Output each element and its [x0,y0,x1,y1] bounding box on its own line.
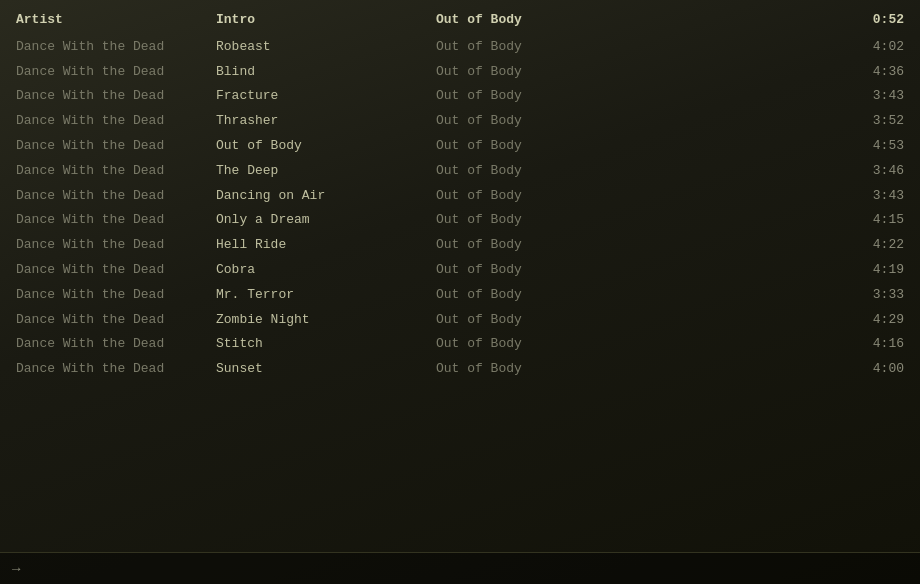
track-album: Out of Body [436,136,636,157]
track-artist: Dance With the Dead [16,210,216,231]
track-row[interactable]: Dance With the DeadOut of BodyOut of Bod… [0,134,920,159]
track-title: Thrasher [216,111,436,132]
track-duration: 4:15 [636,210,904,231]
header-title: Intro [216,10,436,31]
track-album: Out of Body [436,111,636,132]
track-title: Hell Ride [216,235,436,256]
track-artist: Dance With the Dead [16,62,216,83]
track-list: Artist Intro Out of Body 0:52 Dance With… [0,0,920,390]
track-row[interactable]: Dance With the DeadZombie NightOut of Bo… [0,308,920,333]
track-duration: 3:46 [636,161,904,182]
bottom-bar: → [0,552,920,584]
track-artist: Dance With the Dead [16,359,216,380]
track-artist: Dance With the Dead [16,260,216,281]
track-artist: Dance With the Dead [16,334,216,355]
track-title: Dancing on Air [216,186,436,207]
track-album: Out of Body [436,37,636,58]
track-artist: Dance With the Dead [16,310,216,331]
track-title: Blind [216,62,436,83]
track-duration: 3:43 [636,186,904,207]
track-duration: 4:36 [636,62,904,83]
track-title: Sunset [216,359,436,380]
track-album: Out of Body [436,86,636,107]
track-row[interactable]: Dance With the DeadStitchOut of Body4:16 [0,332,920,357]
track-album: Out of Body [436,285,636,306]
track-row[interactable]: Dance With the DeadMr. TerrorOut of Body… [0,283,920,308]
track-title: The Deep [216,161,436,182]
track-title: Mr. Terror [216,285,436,306]
track-duration: 3:52 [636,111,904,132]
track-artist: Dance With the Dead [16,161,216,182]
track-album: Out of Body [436,334,636,355]
arrow-icon: → [12,561,20,577]
header-album: Out of Body [436,10,636,31]
track-row[interactable]: Dance With the DeadThe DeepOut of Body3:… [0,159,920,184]
header-artist: Artist [16,10,216,31]
track-duration: 4:19 [636,260,904,281]
track-album: Out of Body [436,186,636,207]
track-row[interactable]: Dance With the DeadThrasherOut of Body3:… [0,109,920,134]
track-row[interactable]: Dance With the DeadSunsetOut of Body4:00 [0,357,920,382]
track-row[interactable]: Dance With the DeadBlindOut of Body4:36 [0,60,920,85]
track-header-row: Artist Intro Out of Body 0:52 [0,8,920,33]
track-title: Stitch [216,334,436,355]
header-duration: 0:52 [636,10,904,31]
track-duration: 3:43 [636,86,904,107]
track-artist: Dance With the Dead [16,235,216,256]
track-artist: Dance With the Dead [16,37,216,58]
track-duration: 4:02 [636,37,904,58]
track-artist: Dance With the Dead [16,86,216,107]
track-artist: Dance With the Dead [16,186,216,207]
track-album: Out of Body [436,235,636,256]
track-row[interactable]: Dance With the DeadCobraOut of Body4:19 [0,258,920,283]
track-title: Robeast [216,37,436,58]
track-duration: 3:33 [636,285,904,306]
track-title: Cobra [216,260,436,281]
track-title: Out of Body [216,136,436,157]
track-row[interactable]: Dance With the DeadRobeastOut of Body4:0… [0,35,920,60]
track-artist: Dance With the Dead [16,136,216,157]
track-row[interactable]: Dance With the DeadHell RideOut of Body4… [0,233,920,258]
track-duration: 4:53 [636,136,904,157]
track-title: Zombie Night [216,310,436,331]
track-album: Out of Body [436,161,636,182]
track-title: Only a Dream [216,210,436,231]
track-album: Out of Body [436,359,636,380]
track-duration: 4:22 [636,235,904,256]
track-album: Out of Body [436,62,636,83]
track-album: Out of Body [436,310,636,331]
track-title: Fracture [216,86,436,107]
track-row[interactable]: Dance With the DeadOnly a DreamOut of Bo… [0,208,920,233]
track-album: Out of Body [436,260,636,281]
track-duration: 4:29 [636,310,904,331]
track-row[interactable]: Dance With the DeadFractureOut of Body3:… [0,84,920,109]
track-album: Out of Body [436,210,636,231]
track-duration: 4:00 [636,359,904,380]
track-row[interactable]: Dance With the DeadDancing on AirOut of … [0,184,920,209]
track-artist: Dance With the Dead [16,285,216,306]
track-artist: Dance With the Dead [16,111,216,132]
track-duration: 4:16 [636,334,904,355]
